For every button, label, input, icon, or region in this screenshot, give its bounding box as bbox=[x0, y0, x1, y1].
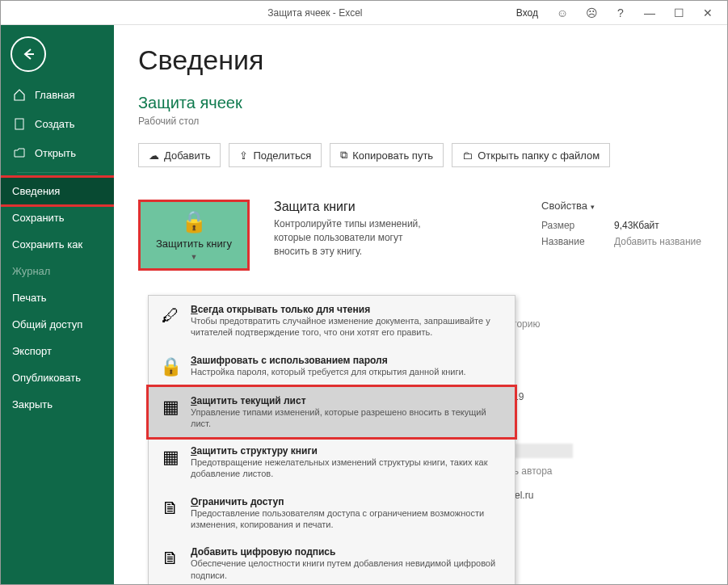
lock-key-icon: 🔒 bbox=[158, 355, 183, 379]
cloud-upload-icon: ☁ bbox=[149, 149, 159, 162]
nav-label: Главная bbox=[35, 89, 74, 101]
size-value: 9,43Кбайт bbox=[614, 220, 659, 231]
document-location: Рабочий стол bbox=[138, 116, 703, 127]
nav-export[interactable]: Экспорт bbox=[1, 338, 114, 364]
upload-button[interactable]: ☁Добавить bbox=[138, 143, 221, 167]
lock-key-icon: 🔒 bbox=[181, 209, 207, 234]
name-label: Название bbox=[541, 236, 614, 247]
nav-home[interactable]: Главная bbox=[1, 80, 114, 109]
copy-path-button[interactable]: ⧉Копировать путь bbox=[330, 143, 444, 167]
share-button[interactable]: ⇪Поделиться bbox=[229, 143, 322, 167]
structure-lock-icon: ▦ bbox=[158, 445, 183, 469]
back-button[interactable] bbox=[11, 36, 46, 72]
size-label: Размер bbox=[541, 220, 614, 231]
menu-signature[interactable]: 🗎 Добавить цифровую подписьОбеспечение ц… bbox=[149, 538, 515, 585]
protect-workbook-button[interactable]: 🔒 Защитить книгу ▼ bbox=[138, 200, 250, 271]
nav-label: Создать bbox=[35, 118, 74, 130]
add-title-link[interactable]: Добавить название bbox=[614, 236, 701, 247]
nav-print[interactable]: Печать bbox=[1, 284, 114, 311]
login-link[interactable]: Вход bbox=[516, 7, 538, 19]
minimize-icon[interactable]: — bbox=[638, 2, 661, 24]
open-icon bbox=[12, 145, 27, 160]
nav-label: Экспорт bbox=[12, 345, 52, 357]
menu-readonly[interactable]: 🖊 Всегда открывать только для чтенияЧтоб… bbox=[149, 296, 515, 347]
nav-label: Открыть bbox=[35, 147, 76, 159]
nav-publish[interactable]: Опубликовать bbox=[1, 364, 114, 391]
menu-restrict-access[interactable]: 🗎 Ограничить доступПредоставление пользо… bbox=[149, 488, 515, 539]
close-icon[interactable]: ✕ bbox=[696, 2, 719, 24]
nav-label: Журнал bbox=[12, 265, 50, 277]
svg-rect-0 bbox=[15, 119, 23, 129]
maximize-icon[interactable]: ☐ bbox=[667, 2, 690, 24]
nav-label: Общий доступ bbox=[12, 318, 82, 330]
properties-heading[interactable]: Свойства ▾ bbox=[541, 200, 703, 212]
nav-saveas[interactable]: Сохранить как bbox=[1, 231, 114, 258]
nav-label: Печать bbox=[12, 292, 47, 304]
nav-history: Журнал bbox=[1, 258, 114, 284]
folder-icon: 🗀 bbox=[462, 149, 473, 162]
protect-section-title: Защита книги bbox=[274, 200, 517, 214]
menu-protect-sheet[interactable]: ▦ Защитить текущий листУправление типами… bbox=[146, 385, 517, 440]
nav-info[interactable]: Сведения bbox=[0, 175, 116, 207]
home-icon bbox=[12, 87, 27, 102]
window-title: Защита ячеек - Excel bbox=[114, 7, 516, 19]
nav-share[interactable]: Общий доступ bbox=[1, 311, 114, 338]
pencil-readonly-icon: 🖊 bbox=[158, 304, 183, 328]
nav-label: Сохранить как bbox=[12, 238, 82, 250]
nav-label: Сведения bbox=[12, 185, 60, 197]
face-icon[interactable]: ☺ bbox=[551, 2, 574, 24]
nav-open[interactable]: Открыть bbox=[1, 138, 114, 167]
chevron-down-icon: ▼ bbox=[191, 253, 198, 261]
signature-icon: 🗎 bbox=[158, 546, 183, 570]
new-icon bbox=[12, 116, 27, 131]
protect-section-desc: Контролируйте типы изменений, которые по… bbox=[274, 217, 436, 258]
help-icon[interactable]: ? bbox=[609, 2, 632, 24]
arrow-left-icon bbox=[21, 47, 36, 61]
nav-new[interactable]: Создать bbox=[1, 109, 114, 138]
protect-button-label: Защитить книгу bbox=[156, 238, 232, 250]
nav-close[interactable]: Закрыть bbox=[1, 391, 114, 418]
open-folder-button[interactable]: 🗀Открыть папку с файлом bbox=[452, 143, 610, 167]
nav-save[interactable]: Сохранить bbox=[1, 204, 114, 231]
menu-protect-structure[interactable]: ▦ Защитить структуру книгиПредотвращение… bbox=[149, 437, 515, 488]
nav-label: Закрыть bbox=[12, 398, 53, 410]
restrict-icon: 🗎 bbox=[158, 496, 183, 520]
share-icon: ⇪ bbox=[239, 149, 248, 162]
page-heading: Сведения bbox=[138, 44, 703, 76]
protect-dropdown-menu: 🖊 Всегда открывать только для чтенияЧтоб… bbox=[148, 295, 515, 585]
nav-label: Сохранить bbox=[12, 212, 65, 224]
sad-face-icon[interactable]: ☹ bbox=[580, 2, 603, 24]
menu-encrypt[interactable]: 🔒 Зашифровать с использованием пароляНас… bbox=[149, 347, 515, 387]
document-title: Защита ячеек bbox=[138, 94, 703, 112]
sheet-lock-icon: ▦ bbox=[158, 395, 183, 419]
link-icon: ⧉ bbox=[340, 149, 347, 162]
nav-label: Опубликовать bbox=[12, 372, 81, 384]
